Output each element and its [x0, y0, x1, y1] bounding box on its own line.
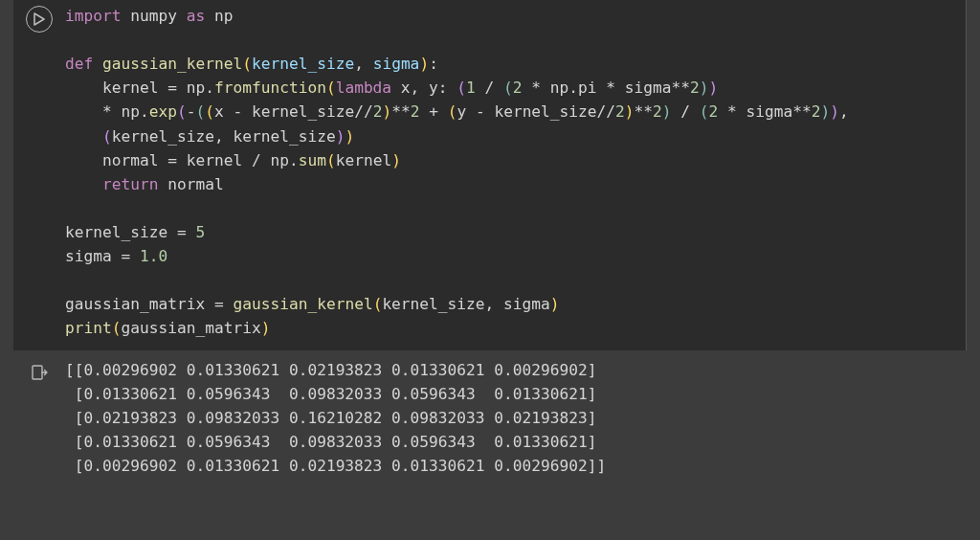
code-line: def gaussian_kernel(kernel_size, sigma): [65, 52, 966, 76]
code-line [65, 268, 966, 292]
code-line: kernel_size = 5 [65, 220, 966, 244]
output-line: [[0.00296902 0.01330621 0.02193823 0.013… [65, 358, 980, 382]
code-line: * np.exp(-((x - kernel_size//2)**2 + (y … [65, 100, 966, 124]
code-line [65, 196, 966, 220]
code-line: return normal [65, 172, 966, 196]
output-line: [0.01330621 0.0596343 0.09832033 0.05963… [65, 430, 980, 454]
output-line: [0.02193823 0.09832033 0.16210282 0.0983… [65, 406, 980, 430]
output-line: [0.01330621 0.0596343 0.09832033 0.05963… [65, 382, 980, 406]
code-cell: import numpy as np def gaussian_kernel(k… [13, 0, 967, 350]
code-line: kernel = np.fromfunction(lambda x, y: (1… [65, 76, 966, 100]
toggle-output-icon[interactable] [31, 362, 48, 389]
code-line [65, 28, 966, 52]
svg-marker-0 [34, 13, 44, 25]
code-editor[interactable]: import numpy as np def gaussian_kernel(k… [65, 0, 966, 350]
code-line: (kernel_size, kernel_size)) [65, 124, 966, 148]
output-line: [0.00296902 0.01330621 0.02193823 0.0133… [65, 454, 980, 478]
svg-rect-1 [33, 366, 42, 379]
code-line: print(gaussian_matrix) [65, 316, 966, 340]
notebook-left-margin [0, 0, 13, 540]
code-line: gaussian_matrix = gaussian_kernel(kernel… [65, 292, 966, 316]
play-icon [33, 12, 45, 26]
code-line: import numpy as np [65, 4, 966, 28]
run-cell-button[interactable] [26, 6, 53, 33]
output-area: [[0.00296902 0.01330621 0.02193823 0.013… [13, 350, 980, 540]
code-line: sigma = 1.0 [65, 244, 966, 268]
cell-gutter [13, 0, 65, 350]
output-text: [[0.00296902 0.01330621 0.02193823 0.013… [65, 358, 980, 540]
code-line: normal = kernel / np.sum(kernel) [65, 148, 966, 172]
